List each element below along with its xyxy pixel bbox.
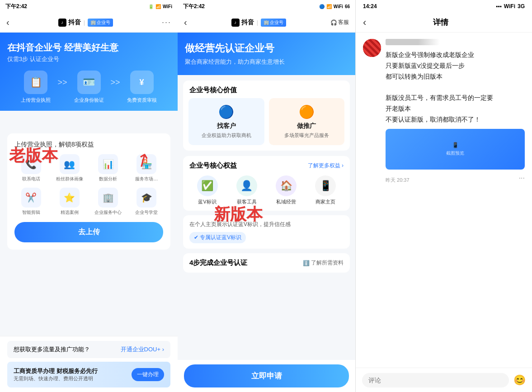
hero-step-label-3: 免费资质审核 xyxy=(127,97,157,104)
back-button-3[interactable]: ‹ xyxy=(363,17,366,28)
service-label-nav: 客服 xyxy=(338,19,349,26)
bluetooth-icon: 🔵 xyxy=(319,4,325,9)
hero-step-icon-2: 🪪 xyxy=(77,71,101,94)
hero-step-label-1: 上传营业执照 xyxy=(21,97,51,104)
feature-school[interactable]: 🎓 企业号学堂 xyxy=(130,188,163,216)
steps-info-text: 了解所需资料 xyxy=(311,259,344,267)
promo-text: 想获取更多流量及推广功能？ xyxy=(14,345,90,354)
benefits-header: 企业号核心权益 了解更多权益 › xyxy=(189,161,344,170)
status-bar-2: 下午2:42 🔵 📶 WiFi 66 xyxy=(178,0,355,13)
emoji-button[interactable]: 😊 xyxy=(513,374,526,386)
benefit-private[interactable]: 🏠 私域经营 xyxy=(268,175,304,205)
feature-data[interactable]: 📊 数据分析 xyxy=(92,154,125,182)
content-section-2[interactable]: 企业号核心价值 🔵 找客户 企业权益助力获取商机 🟠 做推广 多场景曝光产品服务… xyxy=(178,75,355,360)
homepage-icon: 📱 xyxy=(315,175,336,196)
app-name-1: 抖音 xyxy=(68,19,81,27)
phone-label: 联系电话 xyxy=(22,176,40,182)
benefits-grid: ✅ 蓝V标识 👤 获客工具 🏠 私域经营 📱 商家主页 xyxy=(189,175,344,205)
comment-input[interactable] xyxy=(362,373,509,387)
hero-step-1: 📋 上传营业执照 xyxy=(18,71,54,104)
steps-info: ℹ️ 了解所需资料 xyxy=(303,259,344,267)
core-value-promote[interactable]: 🟠 做推广 多场景曝光产品服务 xyxy=(269,98,345,145)
dots-button-1[interactable]: ··· xyxy=(162,18,171,27)
case-label: 精选案例 xyxy=(61,209,79,216)
benefits-more[interactable]: 了解更多权益 › xyxy=(308,162,344,170)
feature-service[interactable]: 🏢 企业服务中心 xyxy=(92,188,125,216)
signal-icon-2: 📶 xyxy=(326,4,332,9)
hero-1: 在抖音企业号 经营美好生意 仅需3步 认证企业号 📋 上传营业执照 >> 🪪 企… xyxy=(0,33,178,111)
thumbnail-content: 📱 截图预览 xyxy=(446,142,464,156)
post-options-button[interactable]: ··· xyxy=(519,174,525,182)
banner-text-container: 工商资质早办理 财税服务必先行 无需到场、快速办理、费用公开透明 xyxy=(14,367,98,382)
feature-clip[interactable]: ✂️ 智能剪辑 xyxy=(14,188,47,216)
promote-icon: 🟠 xyxy=(274,104,339,119)
tiktok-icon-2: ♪ xyxy=(231,19,240,27)
arrow-2: >> xyxy=(111,78,120,87)
blue-v-desc: 在个人主页展示认证蓝V标识，提升信任感 xyxy=(189,221,344,228)
enterprise-icon-2: 🏢 xyxy=(264,20,269,25)
service-icon-nav: 🎧 xyxy=(330,19,337,26)
bluev-icon: ✅ xyxy=(197,175,218,196)
banner-sub: 无需到场、快速办理、费用公开透明 xyxy=(14,375,98,382)
wifi-icon: WiFi xyxy=(163,4,172,9)
detail-thumbnail[interactable]: 📱 截图预览 xyxy=(386,129,525,170)
feature-case[interactable]: ⭐ 精选案例 xyxy=(53,188,86,216)
private-icon: 🏠 xyxy=(276,175,297,196)
detail-nav: ‹ 详情 xyxy=(356,13,532,33)
time-2: 下午2:42 xyxy=(183,3,205,10)
hero-step-icon-1: 📋 xyxy=(24,71,47,94)
find-customer-desc: 企业权益助力获取商机 xyxy=(194,132,259,139)
post-body: 新版企业号强制修改成老版企业 只要新版蓝v没提交最后一步 都可以转换为旧版本 新… xyxy=(386,39,525,184)
enterprise-label-2: 企业号 xyxy=(270,19,283,26)
homepage-label: 商家主页 xyxy=(315,198,335,205)
status-icons-2: 🔵 📶 WiFi 66 xyxy=(319,4,350,9)
benefit-bluev[interactable]: ✅ 蓝V标识 xyxy=(189,175,225,205)
hero-title-2: 做经营先认证企业号 xyxy=(185,42,348,55)
fans-label: 粉丝群体画像 xyxy=(56,176,83,182)
detail-status-icons: ▪▪▪ WiFi 3G xyxy=(496,3,525,9)
school-icon: 🎓 xyxy=(137,188,156,208)
wifi-bars-icon: ▪▪▪ xyxy=(496,3,502,9)
benefit-acquire[interactable]: 👤 获客工具 xyxy=(229,175,264,205)
panel-new-version: 下午2:42 🔵 📶 WiFi 66 ‹ ♪ 抖音 | 🏢 企业号 🎧 xyxy=(178,0,355,392)
arrow-1: >> xyxy=(57,78,67,87)
core-value-title: 企业号核心价值 xyxy=(183,80,350,98)
panel-old-version: 下午2:42 🔋 📶 WiFi ‹ ♪ 抖音 | 🏢 企业号 ··· 在抖 xyxy=(0,0,178,392)
back-button-1[interactable]: ‹ xyxy=(6,17,9,28)
detail-post: 新版企业号强制修改成老版企业 只要新版蓝v没提交最后一步 都可以转换为旧版本 新… xyxy=(363,39,525,184)
promo-link[interactable]: 开通企业DOU+ › xyxy=(121,345,164,354)
new-version-label: 新版本 xyxy=(214,203,263,226)
time-1: 下午2:42 xyxy=(5,3,27,10)
upload-button[interactable]: 去上传 xyxy=(14,222,163,242)
steps-section: 4步完成企业号认证 ℹ️ 了解所需资料 xyxy=(183,253,350,273)
detail-content[interactable]: 新版企业号强制修改成老版企业 只要新版蓝v没提交最后一步 都可以转换为旧版本 新… xyxy=(356,33,532,368)
benefit-homepage[interactable]: 📱 商家主页 xyxy=(308,175,344,205)
data-icon: 📊 xyxy=(98,154,118,174)
core-value-find-customer[interactable]: 🔵 找客户 企业权益助力获取商机 xyxy=(188,98,264,145)
nav-right-1: ··· xyxy=(162,18,171,27)
nav-logo-1: ♪ 抖音 xyxy=(58,19,81,27)
hero-2: 做经营先认证企业号 聚合商家经营能力，助力商家生意增长 xyxy=(178,33,355,75)
wifi-icon-3: WiFi xyxy=(504,3,515,9)
hero-title-1: 在抖音企业号 经营美好生意 xyxy=(7,42,170,53)
nav-left-2: ‹ xyxy=(184,17,187,28)
apply-button[interactable]: 立即申请 xyxy=(184,364,349,387)
battery-icon: 🔋 xyxy=(148,4,154,9)
signal-icon: 📶 xyxy=(155,4,161,9)
feature-fans[interactable]: 👥 粉丝群体画像 xyxy=(53,154,86,182)
clip-icon: ✂️ xyxy=(21,188,41,208)
detail-title: 详情 xyxy=(433,17,448,28)
old-version-label: 老版本 xyxy=(9,145,58,167)
back-button-2[interactable]: ‹ xyxy=(184,17,187,28)
panel-footer-1: 想获取更多流量及推广功能？ 开通企业DOU+ › 工商资质早办理 财税服务必先行… xyxy=(0,336,178,392)
hero-step-icon-3: ¥ xyxy=(130,71,154,94)
core-value-items: 🔵 找客户 企业权益助力获取商机 🟠 做推广 多场景曝光产品服务 xyxy=(183,98,350,151)
nav-bar-2: ‹ ♪ 抖音 | 🏢 企业号 🎧 客服 xyxy=(178,13,355,33)
data-label: 数据分析 xyxy=(99,176,117,182)
features-row-2: ✂️ 智能剪辑 ⭐ 精选案例 🏢 企业服务中心 🎓 企业号学堂 xyxy=(14,188,163,216)
banner-button[interactable]: 一键办理 xyxy=(132,368,164,381)
tiktok-icon-1: ♪ xyxy=(58,19,66,27)
hero-subtitle-2: 聚合商家经营能力，助力商家生意增长 xyxy=(185,58,348,66)
hero-steps-1: 📋 上传营业执照 >> 🪪 企业身份验证 >> ¥ 免费资质审核 xyxy=(7,71,170,104)
service-button[interactable]: 🎧 客服 xyxy=(330,19,349,26)
